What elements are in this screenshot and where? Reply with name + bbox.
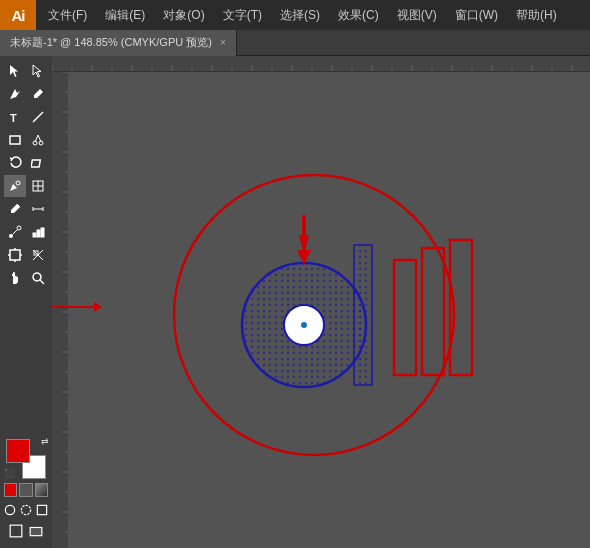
- transform-tool[interactable]: [27, 152, 49, 174]
- svg-rect-106: [394, 260, 416, 375]
- tool-row-4: [0, 129, 52, 151]
- tool-row-3: T: [0, 106, 52, 128]
- tab-title: 未标题-1* @ 148.85% (CMYK/GPU 预览): [10, 35, 212, 50]
- svg-marker-0: [10, 65, 18, 77]
- measure-tool[interactable]: [27, 198, 49, 220]
- line-tool[interactable]: [27, 106, 49, 128]
- menu-item-o[interactable]: 对象(O): [155, 0, 212, 30]
- color-mode-swatches: [4, 483, 48, 497]
- tool-row-5: [0, 152, 52, 174]
- svg-rect-9: [31, 160, 40, 167]
- screen-mode-full[interactable]: [27, 522, 45, 540]
- svg-rect-35: [10, 525, 22, 537]
- tool-row-2: [0, 83, 52, 105]
- artboard-tool[interactable]: [4, 244, 26, 266]
- artwork-svg: [159, 140, 499, 480]
- menu-item-c[interactable]: 效果(C): [330, 0, 387, 30]
- svg-point-33: [21, 505, 30, 514]
- arrow-line: [52, 306, 94, 308]
- tool-row-9: [0, 244, 52, 266]
- scissors-tool[interactable]: [27, 129, 49, 151]
- direct-select-tool[interactable]: [27, 60, 49, 82]
- color-swatch-none[interactable]: [19, 483, 32, 497]
- menu-item-e[interactable]: 编辑(E): [97, 0, 153, 30]
- tool-row-8: [0, 221, 52, 243]
- svg-rect-101: [354, 245, 372, 385]
- artboard[interactable]: [68, 72, 590, 548]
- tool-row-7: [0, 198, 52, 220]
- draw-mode-inside[interactable]: [19, 501, 33, 519]
- artboard-content: [119, 100, 539, 520]
- svg-line-31: [40, 280, 44, 284]
- svg-line-7: [35, 135, 38, 142]
- pen-tool[interactable]: [4, 83, 26, 105]
- column-chart-tool[interactable]: [27, 221, 49, 243]
- menu-item-w[interactable]: 窗口(W): [447, 0, 506, 30]
- color-swatch-red[interactable]: [4, 483, 17, 497]
- svg-text:T: T: [10, 112, 17, 124]
- zoom-tool[interactable]: [27, 267, 49, 289]
- ai-logo: Ai: [0, 0, 36, 30]
- canvas-area[interactable]: [52, 56, 590, 548]
- svg-point-100: [301, 322, 307, 328]
- svg-line-8: [38, 135, 41, 142]
- type-tool[interactable]: T: [4, 106, 26, 128]
- toolbar: T: [0, 56, 52, 548]
- main-layout: T: [0, 56, 590, 548]
- swap-colors-icon[interactable]: ⇄: [41, 436, 49, 446]
- menu-item-t[interactable]: 文字(T): [215, 0, 270, 30]
- rect-tool[interactable]: [4, 129, 26, 151]
- blend-tool[interactable]: [4, 221, 26, 243]
- draw-mode-behind[interactable]: [35, 501, 49, 519]
- tab-bar: 未标题-1* @ 148.85% (CMYK/GPU 预览) ×: [0, 30, 590, 56]
- rotate-tool[interactable]: [4, 152, 26, 174]
- draw-mode-normal[interactable]: [3, 501, 17, 519]
- tool-row-1: [0, 60, 52, 82]
- fill-swatch[interactable]: [6, 439, 30, 463]
- svg-line-20: [12, 230, 17, 235]
- tab-close-button[interactable]: ×: [220, 37, 226, 48]
- cursor-arrow-indicator: [52, 302, 102, 312]
- svg-rect-4: [10, 136, 20, 144]
- slice-tool[interactable]: [27, 244, 49, 266]
- menu-item-f[interactable]: 文件(F): [40, 0, 95, 30]
- mesh-tool[interactable]: [27, 175, 49, 197]
- hand-tool[interactable]: [4, 267, 26, 289]
- ruler-horizontal: [52, 56, 590, 72]
- paint-tool[interactable]: [4, 175, 26, 197]
- svg-marker-1: [33, 65, 41, 77]
- default-colors-icon[interactable]: ⬛: [4, 469, 16, 481]
- svg-rect-36: [30, 528, 42, 536]
- svg-point-30: [33, 273, 41, 281]
- selection-tool[interactable]: [4, 60, 26, 82]
- pencil-tool[interactable]: [27, 83, 49, 105]
- svg-rect-23: [41, 228, 44, 237]
- svg-rect-34: [37, 505, 46, 514]
- menu-items: 文件(F)编辑(E)对象(O)文字(T)选择(S)效果(C)视图(V)窗口(W)…: [36, 0, 565, 30]
- svg-point-32: [5, 505, 14, 514]
- tool-row-6: [0, 175, 52, 197]
- menu-item-v[interactable]: 视图(V): [389, 0, 445, 30]
- svg-rect-107: [422, 248, 444, 375]
- svg-rect-21: [33, 233, 36, 237]
- svg-point-19: [17, 226, 21, 230]
- svg-rect-37: [52, 56, 590, 71]
- fill-stroke-indicator[interactable]: ⇄ ⬛: [6, 439, 46, 479]
- screen-mode-normal[interactable]: [7, 522, 25, 540]
- svg-point-10: [16, 181, 20, 185]
- menu-bar: Ai 文件(F)编辑(E)对象(O)文字(T)选择(S)效果(C)视图(V)窗口…: [0, 0, 590, 30]
- svg-rect-22: [37, 230, 40, 237]
- color-swatch-gradient[interactable]: [35, 483, 48, 497]
- tool-row-10: [0, 267, 52, 289]
- active-tab[interactable]: 未标题-1* @ 148.85% (CMYK/GPU 预览) ×: [0, 30, 237, 56]
- color-area: ⇄ ⬛: [0, 435, 52, 544]
- svg-rect-104: [302, 215, 306, 237]
- menu-item-s[interactable]: 选择(S): [272, 0, 328, 30]
- menu-item-h[interactable]: 帮助(H): [508, 0, 565, 30]
- eyedropper-tool[interactable]: [4, 198, 26, 220]
- arrow-head: [94, 302, 102, 312]
- svg-point-18: [9, 234, 13, 238]
- svg-rect-24: [10, 250, 20, 260]
- svg-line-3: [33, 112, 43, 122]
